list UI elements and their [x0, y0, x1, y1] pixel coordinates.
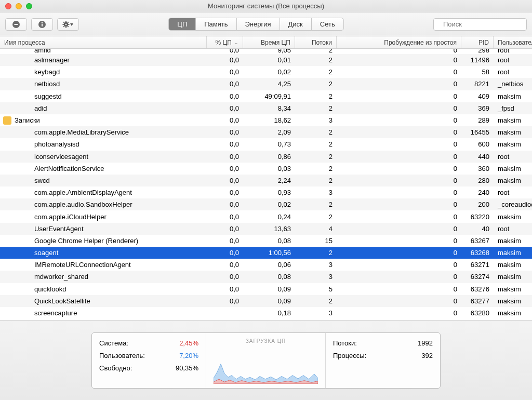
col-time[interactable]: Время ЦП: [243, 36, 295, 48]
cell-user: _coreaudiod: [494, 201, 532, 208]
cell-threads: 2: [295, 80, 337, 88]
stop-process-button[interactable]: [5, 18, 27, 31]
table-row[interactable]: UserEventAgent0,013,634040root: [0, 223, 532, 235]
table-row[interactable]: AlertNotificationService0,00,0320360maks…: [0, 163, 532, 175]
cell-cpu: 0,0: [207, 189, 243, 196]
cell-pid: 63220: [461, 213, 494, 221]
cell-user: maksim: [494, 165, 532, 172]
cell-pid: 58: [461, 68, 494, 76]
table-row[interactable]: soagent0,01:00,562063268maksim: [0, 247, 532, 259]
table-row[interactable]: netbiosd0,04,25208221_netbios: [0, 78, 532, 90]
table-row[interactable]: QuickLookSatellite0,00,092063277maksim: [0, 295, 532, 307]
cell-wake: 0: [337, 201, 461, 208]
window-controls: [5, 3, 32, 9]
svg-rect-11: [63, 21, 65, 23]
search-field[interactable]: [433, 18, 527, 31]
cell-wake: 0: [337, 56, 461, 64]
svg-rect-13: [68, 21, 69, 23]
cell-name: aslmanager: [0, 56, 207, 64]
cell-user: maksim: [494, 285, 532, 293]
cell-time: 0,73: [243, 140, 295, 148]
tab-energy[interactable]: Энергия: [237, 18, 280, 30]
cell-wake: 0: [337, 80, 461, 88]
cell-threads: 2: [295, 68, 337, 76]
cell-user: root: [494, 153, 532, 161]
cell-threads: 2: [295, 201, 337, 208]
footer: Система:2,45% Пользователь:7,20% Свободн…: [0, 320, 532, 400]
table-row[interactable]: com.apple.AmbientDisplayAgent0,00,933024…: [0, 186, 532, 198]
cell-time: 0,03: [243, 165, 295, 172]
table-row[interactable]: quicklookd0,00,095063276maksim: [0, 283, 532, 295]
col-pid[interactable]: PID: [461, 36, 494, 48]
cell-user: maksim: [494, 116, 532, 124]
cell-time: 0,09: [243, 285, 295, 293]
cpu-chart: ЗАГРУЗКА ЦП: [206, 333, 326, 388]
table-row[interactable]: Записки0,018,6230289maksim: [0, 114, 532, 126]
cell-wake: 0: [337, 128, 461, 136]
cell-pid: 8221: [461, 80, 494, 88]
cell-threads: 2: [295, 153, 337, 161]
table-row[interactable]: com.apple.MediaLibraryService0,02,092016…: [0, 126, 532, 138]
table-row[interactable]: swcd0,02,2420280maksim: [0, 175, 532, 186]
cell-time: 18,62: [243, 116, 295, 124]
table-row[interactable]: com.apple.audio.SandboxHelper0,00,022020…: [0, 198, 532, 210]
tab-memory[interactable]: Память: [196, 18, 236, 30]
table-row[interactable]: aslmanager0,00,012011496root: [0, 54, 532, 66]
col-name[interactable]: Имя процесса: [0, 36, 207, 48]
process-table-body[interactable]: amfid0,09,0520298rootaslmanager0,00,0120…: [0, 49, 532, 320]
table-row[interactable]: amfid0,09,0520298root: [0, 49, 532, 54]
cell-time: 0,06: [243, 261, 295, 269]
cell-threads: 5: [295, 285, 337, 293]
table-row[interactable]: photoanalysisd0,00,7320600maksim: [0, 138, 532, 150]
cell-cpu: 0,0: [207, 261, 243, 269]
minimize-window-button[interactable]: [16, 3, 22, 9]
close-window-button[interactable]: [5, 3, 11, 9]
table-row[interactable]: adid0,08,3420369_fpsd: [0, 102, 532, 114]
gear-icon: [62, 21, 74, 28]
cell-cpu: 0,0: [207, 297, 243, 305]
cell-name: IMRemoteURLConnectionAgent: [0, 261, 207, 269]
table-row[interactable]: com.apple.iCloudHelper0,00,242063220maks…: [0, 210, 532, 222]
cell-time: 2,09: [243, 128, 295, 136]
col-threads[interactable]: Потоки: [295, 36, 337, 48]
cell-wake: 0: [337, 104, 461, 112]
table-row[interactable]: mdworker_shared0,00,083063274maksim: [0, 271, 532, 283]
tab-disk[interactable]: Диск: [280, 18, 312, 30]
cell-cpu: 0,0: [207, 237, 243, 245]
col-user[interactable]: Пользователь: [494, 36, 532, 48]
zoom-window-button[interactable]: [26, 3, 32, 9]
col-wake[interactable]: Пробуждение из простоя: [337, 36, 461, 48]
search-input[interactable]: [442, 20, 531, 29]
table-row[interactable]: iconservicesagent0,00,8620440root: [0, 151, 532, 163]
col-cpu[interactable]: % ЦП⌄: [207, 36, 243, 48]
cell-cpu: 0,0: [207, 80, 243, 88]
cell-threads: 2: [295, 177, 337, 184]
cell-threads: 3: [295, 189, 337, 196]
table-row[interactable]: IMRemoteURLConnectionAgent0,00,063063271…: [0, 259, 532, 271]
table-row[interactable]: screencapture0,183063280maksim: [0, 307, 532, 319]
cell-pid: 200: [461, 201, 494, 208]
cell-wake: 0: [337, 225, 461, 233]
cell-name: suggestd: [0, 92, 207, 100]
svg-rect-4: [42, 23, 43, 26]
cell-name: AlertNotificationService: [0, 165, 207, 172]
cell-wake: 0: [337, 213, 461, 221]
cell-cpu: 0,0: [207, 104, 243, 112]
cell-pid: 280: [461, 177, 494, 184]
cell-pid: 63277: [461, 297, 494, 305]
cell-name: amfid: [0, 49, 207, 54]
table-row[interactable]: Google Chrome Helper (Renderer)0,00,0815…: [0, 235, 532, 247]
table-row[interactable]: suggestd0,049:09,9120409maksim: [0, 90, 532, 102]
info-button[interactable]: [31, 18, 53, 31]
cell-threads: 15: [295, 237, 337, 245]
cell-user: root: [494, 189, 532, 196]
table-row[interactable]: keybagd0,00,022058root: [0, 66, 532, 78]
cell-time: 0,18: [243, 309, 295, 317]
cell-name: screencapture: [0, 309, 207, 317]
tab-network[interactable]: Сеть: [312, 18, 343, 30]
settings-dropdown-button[interactable]: [57, 18, 79, 31]
info-icon: [38, 20, 46, 29]
cell-time: 0,02: [243, 201, 295, 208]
svg-rect-14: [63, 25, 65, 27]
tab-cpu[interactable]: ЦП: [169, 18, 196, 30]
